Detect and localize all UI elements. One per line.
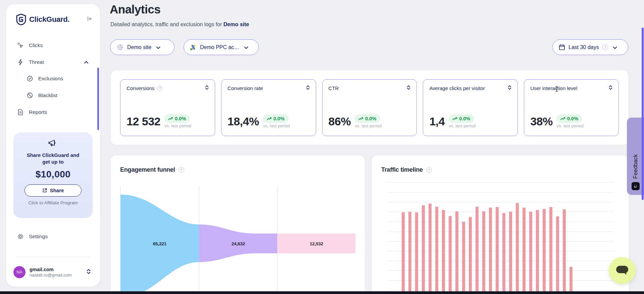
traffic-bar[interactable] — [408, 212, 411, 294]
brand-name: ClickGuard. — [29, 15, 69, 24]
traffic-bar[interactable] — [509, 212, 512, 294]
traffic-bar[interactable] — [476, 207, 479, 294]
help-icon[interactable]: ? — [157, 86, 162, 91]
traffic-timeline-card: Traffic timeline ? — [372, 156, 629, 294]
traffic-bar[interactable] — [502, 213, 505, 294]
kpi-card-ctr: CTR 86% 0.0% vs. last period — [322, 79, 417, 136]
account-switcher[interactable]: NA gmail.com naatali.ro@gmail.com — [11, 263, 95, 282]
kpi-card-avg-clicks: Average clicks per visitor 1,4 0.0% vs. … — [423, 79, 518, 136]
trend-up-icon — [168, 117, 173, 121]
traffic-bar[interactable] — [462, 222, 465, 294]
help-icon[interactable]: ? — [602, 44, 608, 50]
kpi-label: Average clicks per visitor — [429, 85, 485, 91]
sidebar-item-blacklist[interactable]: Blacklist — [6, 89, 100, 102]
funnel-stage-value: 12,532 — [310, 241, 323, 246]
traffic-bar[interactable] — [549, 207, 552, 294]
calendar-icon — [559, 44, 565, 50]
megaphone-icon — [18, 138, 88, 149]
sort-icon[interactable] — [407, 85, 410, 91]
traffic-bar[interactable] — [516, 203, 519, 294]
ppc-account-selector[interactable]: Demo PPC ac… — [184, 39, 259, 55]
traffic-bar[interactable] — [536, 210, 539, 294]
traffic-bar[interactable] — [402, 212, 405, 294]
sidebar-item-clicks[interactable]: Clicks — [6, 39, 100, 52]
globe-icon — [116, 44, 124, 51]
trend-up-icon — [358, 117, 363, 121]
chat-launcher-button[interactable] — [609, 257, 636, 284]
page-scrollbar-thumb[interactable] — [642, 28, 644, 200]
kpi-section: Conversions ? 12 532 0.0% vs. last perio… — [111, 71, 628, 145]
funnel-chart: 65,221 24,632 12,532 — [111, 156, 365, 294]
kpi-label: Conversions — [127, 85, 154, 91]
promo-caption: Click to Affiliate Program — [18, 200, 88, 205]
share-button[interactable]: Share — [24, 184, 82, 197]
traffic-bar[interactable] — [442, 210, 445, 294]
sidebar-item-label: Blacklist — [38, 92, 57, 98]
traffic-chart-title: Traffic timeline — [381, 166, 423, 173]
sidebar-item-label: Settings — [29, 234, 48, 240]
traffic-bar[interactable] — [429, 204, 432, 294]
help-icon[interactable]: ? — [426, 167, 432, 173]
traffic-bar[interactable] — [489, 208, 492, 294]
kpi-value: 1,4 — [429, 115, 445, 128]
external-link-icon — [42, 188, 47, 193]
sidebar-item-reports[interactable]: Reports — [6, 106, 100, 119]
date-range-selector[interactable]: Last 30 days ? — [552, 39, 628, 55]
kpi-period: vs. last period — [164, 123, 191, 128]
sidebar-item-label: Threat — [29, 59, 44, 65]
promo-amount: $10,000 — [18, 169, 88, 180]
sidebar-item-threat[interactable]: Threat — [6, 55, 100, 69]
traffic-bar[interactable] — [422, 205, 425, 294]
sidebar-item-exclusions[interactable]: Exclusions — [6, 72, 100, 85]
traffic-bar[interactable] — [415, 212, 418, 294]
funnel-stage-value: 24,632 — [232, 241, 245, 246]
sidebar-collapse-icon[interactable] — [87, 16, 93, 23]
traffic-bar[interactable] — [523, 208, 526, 294]
trend-up-icon — [452, 117, 457, 121]
traffic-bar[interactable] — [563, 209, 566, 294]
sort-icon[interactable] — [306, 85, 310, 91]
kpi-label: User interaction level — [530, 85, 577, 91]
site-selector[interactable]: Demo site — [110, 39, 175, 55]
avatar: NA — [13, 266, 26, 278]
traffic-bar[interactable] — [556, 216, 559, 294]
page-title: Analytics — [110, 3, 160, 16]
date-range-value: Last 30 days — [568, 44, 599, 50]
sidebar-item-label: Exclusions — [38, 76, 63, 82]
google-ads-icon — [190, 44, 197, 50]
sidebar-item-settings[interactable]: Settings — [6, 230, 100, 243]
traffic-plot — [372, 182, 629, 294]
user-name: gmail.com — [30, 267, 72, 272]
sort-icon[interactable] — [205, 85, 209, 91]
kpi-value: 86% — [329, 115, 351, 128]
kpi-value: 18,4% — [228, 115, 259, 128]
chevron-down-icon — [244, 44, 248, 50]
gridline — [388, 192, 614, 193]
traffic-bar[interactable] — [469, 217, 472, 294]
gridline — [388, 182, 614, 183]
ppc-account-value: Demo PPC ac… — [200, 44, 239, 50]
gear-icon — [17, 233, 24, 240]
sort-icon[interactable] — [508, 85, 511, 91]
traffic-bar[interactable] — [455, 211, 458, 294]
chevron-up-icon[interactable] — [84, 59, 89, 65]
traffic-bar[interactable] — [449, 216, 452, 294]
traffic-bar[interactable] — [482, 211, 485, 294]
traffic-bar[interactable] — [543, 209, 546, 294]
subtitle-site-name: Demo site — [224, 22, 249, 27]
traffic-bar[interactable] — [569, 267, 573, 294]
traffic-bar[interactable] — [435, 207, 438, 294]
affiliate-promo-card[interactable]: Share ClickGuard andget up to $10,000 Sh… — [13, 132, 93, 218]
logo-row: ClickGuard. — [16, 13, 93, 26]
analytics-page: ClickGuard. Clicks Threat — [0, 0, 644, 294]
page-subtitle: Detailed analytics, traffic and exclusio… — [110, 22, 249, 28]
kpi-period: vs. last period — [557, 123, 584, 128]
sort-icon[interactable] — [609, 85, 612, 91]
lightning-icon — [17, 59, 24, 66]
ban-icon — [26, 92, 34, 99]
sidebar-scrollbar-thumb[interactable] — [97, 68, 99, 130]
traffic-bar[interactable] — [496, 207, 499, 294]
kpi-value: 12 532 — [127, 115, 160, 128]
traffic-bar[interactable] — [529, 212, 532, 294]
kpi-value: 38% — [530, 115, 553, 128]
